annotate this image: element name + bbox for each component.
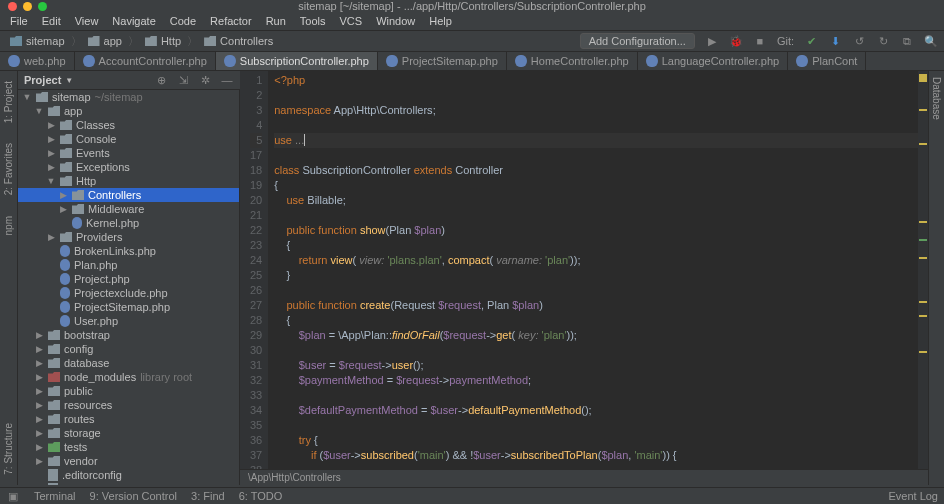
menu-window[interactable]: Window [376, 15, 415, 27]
editor-tab[interactable]: AccountController.php [75, 52, 216, 70]
inspection-indicator-icon[interactable] [919, 74, 927, 82]
ide-settings-icon[interactable]: ⧉ [900, 34, 914, 48]
menu-file[interactable]: File [10, 15, 28, 27]
tree-row[interactable]: ▶Console [18, 132, 239, 146]
breadcrumb-item[interactable]: Http [141, 34, 185, 48]
bottom-tool-3-find[interactable]: 3: Find [191, 490, 225, 502]
expand-arrow-icon[interactable]: ▶ [58, 204, 68, 214]
editor-tab[interactable]: PlanCont [788, 52, 866, 70]
event-log-button[interactable]: Event Log [888, 490, 938, 502]
tree-row[interactable]: .env [18, 482, 239, 485]
tree-row[interactable]: ▶vendor [18, 454, 239, 468]
expand-arrow-icon[interactable]: ▶ [34, 358, 44, 368]
expand-arrow-icon[interactable]: ▶ [34, 386, 44, 396]
tree-row[interactable]: ProjectSitemap.php [18, 300, 239, 314]
tree-row[interactable]: ▶resources [18, 398, 239, 412]
breadcrumb-item[interactable]: sitemap [6, 34, 69, 48]
expand-arrow-icon[interactable]: ▶ [34, 372, 44, 382]
editor-breadcrumb[interactable]: \App\Http\Controllers [240, 469, 928, 485]
editor-tab[interactable]: web.php [0, 52, 75, 70]
search-icon[interactable]: 🔍 [924, 34, 938, 48]
history-icon[interactable]: ↺ [852, 34, 866, 48]
menu-tools[interactable]: Tools [300, 15, 326, 27]
tool-windows-icon[interactable]: ▣ [6, 489, 20, 503]
bottom-tool-terminal[interactable]: Terminal [34, 490, 76, 502]
tree-row[interactable]: ▼app [18, 104, 239, 118]
tree-row[interactable]: ▶routes [18, 412, 239, 426]
tree-row[interactable]: ▶Providers [18, 230, 239, 244]
tree-row[interactable]: Project.php [18, 272, 239, 286]
error-stripe[interactable] [918, 71, 928, 469]
tree-row[interactable]: ▶storage [18, 426, 239, 440]
run-icon[interactable]: ▶ [705, 34, 719, 48]
menu-view[interactable]: View [75, 15, 99, 27]
minimize-window-icon[interactable] [23, 2, 32, 11]
expand-arrow-icon[interactable]: ▶ [58, 190, 68, 200]
expand-arrow-icon[interactable]: ▼ [22, 92, 32, 102]
locate-icon[interactable]: ⊕ [154, 73, 168, 87]
expand-arrow-icon[interactable]: ▶ [46, 162, 56, 172]
expand-arrow-icon[interactable]: ▶ [34, 456, 44, 466]
tree-row[interactable]: ▶public [18, 384, 239, 398]
menu-navigate[interactable]: Navigate [112, 15, 155, 27]
tree-row[interactable]: Projectexclude.php [18, 286, 239, 300]
expand-arrow-icon[interactable]: ▼ [34, 106, 44, 116]
menu-refactor[interactable]: Refactor [210, 15, 252, 27]
expand-arrow-icon[interactable]: ▶ [46, 232, 56, 242]
tree-row[interactable]: ▶Classes [18, 118, 239, 132]
breadcrumb-item[interactable]: app [84, 34, 126, 48]
expand-arrow-icon[interactable]: ▶ [46, 148, 56, 158]
expand-arrow-icon[interactable]: ▶ [34, 414, 44, 424]
tree-row[interactable]: ▶Events [18, 146, 239, 160]
hide-icon[interactable]: — [220, 73, 234, 87]
gear-icon[interactable]: ✲ [198, 73, 212, 87]
project-tool-button[interactable]: 1: Project [3, 81, 14, 123]
bottom-tool-6-todo[interactable]: 6: TODO [239, 490, 283, 502]
code-editor[interactable]: 1234517181920212223242526272829303132333… [240, 71, 928, 469]
tree-row[interactable]: ▶tests [18, 440, 239, 454]
maximize-window-icon[interactable] [38, 2, 47, 11]
expand-arrow-icon[interactable]: ▶ [34, 442, 44, 452]
editor-tab[interactable]: SubscriptionController.php [216, 52, 378, 70]
structure-tool-button[interactable]: 7: Structure [3, 423, 14, 475]
expand-arrow-icon[interactable]: ▶ [34, 400, 44, 410]
tree-row[interactable]: ▼Http [18, 174, 239, 188]
menu-edit[interactable]: Edit [42, 15, 61, 27]
expand-arrow-icon[interactable]: ▶ [34, 344, 44, 354]
editor-tab[interactable]: HomeController.php [507, 52, 638, 70]
tree-row[interactable]: ▼sitemap ~/sitemap [18, 90, 239, 104]
editor-tab[interactable]: LanguageController.php [638, 52, 788, 70]
tree-row[interactable]: ▶Middleware [18, 202, 239, 216]
menu-run[interactable]: Run [266, 15, 286, 27]
menu-help[interactable]: Help [429, 15, 452, 27]
favorites-tool-button[interactable]: 2: Favorites [3, 143, 14, 195]
tree-row[interactable]: Kernel.php [18, 216, 239, 230]
expand-arrow-icon[interactable]: ▼ [46, 176, 56, 186]
tree-row[interactable]: ▶Exceptions [18, 160, 239, 174]
expand-arrow-icon[interactable]: ▶ [46, 120, 56, 130]
tree-row[interactable]: ▶database [18, 356, 239, 370]
tree-row[interactable]: ▶bootstrap [18, 328, 239, 342]
tree-row[interactable]: ▶config [18, 342, 239, 356]
tree-row[interactable]: BrokenLinks.php [18, 244, 239, 258]
tree-row[interactable]: ▶node_modules library root [18, 370, 239, 384]
menu-vcs[interactable]: VCS [340, 15, 363, 27]
tree-row[interactable]: Plan.php [18, 258, 239, 272]
git-update-icon[interactable]: ⬇ [828, 34, 842, 48]
project-view-selector[interactable]: Project ▼ [24, 74, 73, 86]
git-commit-icon[interactable]: ✔ [804, 34, 818, 48]
menu-code[interactable]: Code [170, 15, 196, 27]
expand-arrow-icon[interactable]: ▶ [34, 330, 44, 340]
code-area[interactable]: <?phpnamespace App\Http\Controllers;use … [268, 71, 918, 469]
breadcrumb-item[interactable]: Controllers [200, 34, 277, 48]
close-window-icon[interactable] [8, 2, 17, 11]
bottom-tool-9-version-control[interactable]: 9: Version Control [90, 490, 177, 502]
npm-tool-button[interactable]: npm [3, 216, 14, 235]
expand-arrow-icon[interactable]: ▶ [34, 428, 44, 438]
expand-arrow-icon[interactable]: ▶ [46, 134, 56, 144]
debug-icon[interactable]: 🐞 [729, 34, 743, 48]
tree-row[interactable]: User.php [18, 314, 239, 328]
tree-row[interactable]: ▶Controllers [18, 188, 239, 202]
revert-icon[interactable]: ↻ [876, 34, 890, 48]
database-tool-button[interactable]: Database [931, 77, 942, 120]
